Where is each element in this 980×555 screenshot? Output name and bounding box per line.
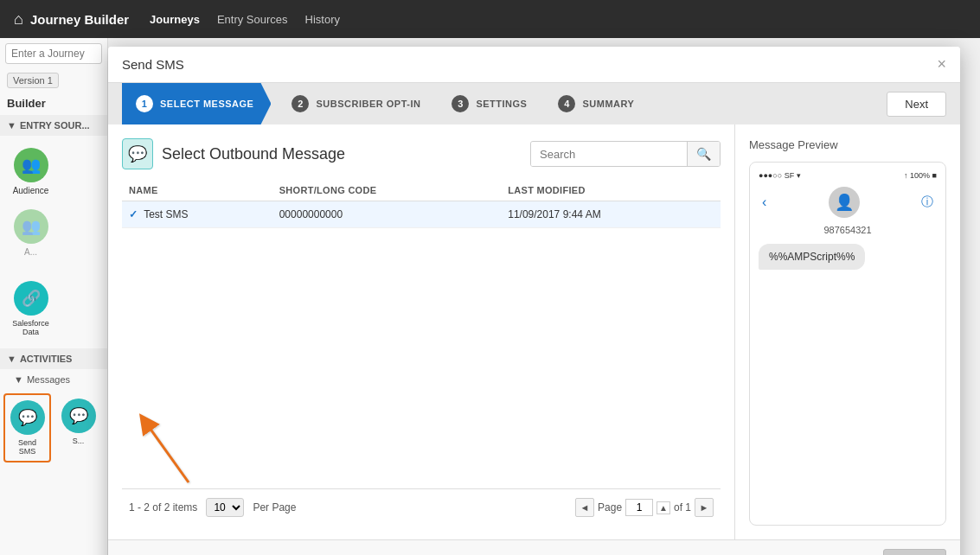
search-button[interactable]: 🔍 [687, 142, 720, 166]
audience-label: Audience [13, 186, 49, 195]
sidebar-messages-area: 💬 Send SMS 💬 S... [0, 390, 107, 466]
table-row[interactable]: ✓ Test SMS 00000000000 11/09/2017 9:44 A… [122, 201, 721, 228]
modal-footer: Cancel Done [108, 539, 960, 555]
step-1-label: SELECT MESSAGE [160, 99, 253, 109]
page-label: Page [598, 501, 622, 514]
activities-section[interactable]: ▼ ACTIVITIES [0, 348, 107, 369]
salesforce-icon: 🔗 [14, 281, 48, 316]
step-2-label: SUBSCRIBER OPT-IN [316, 99, 420, 109]
sidebar: Version 1 Builder ▼ ENTRY SOUR... 👥 Audi… [0, 38, 108, 555]
sidebar-salesforce-area: 🔗 Salesforce Data [0, 269, 107, 348]
modal-title: Send SMS [122, 57, 184, 72]
send-sms-label: Send SMS [9, 438, 46, 456]
entry-sources-label: ENTRY SOUR... [20, 120, 90, 131]
sms-icon-box: 💬 [122, 138, 153, 169]
phone-back-icon[interactable]: ‹ [762, 195, 766, 210]
step-3-label: SETTINGS [476, 99, 527, 109]
audience-alt-label: A... [24, 247, 37, 257]
next-page-button[interactable]: ► [695, 498, 714, 517]
search-input[interactable] [531, 143, 687, 166]
s-icon: 💬 [61, 399, 96, 433]
builder-section-label: Builder [0, 92, 107, 115]
step-3-num: 3 [452, 95, 469, 112]
entry-sources-section[interactable]: ▼ ENTRY SOUR... [0, 115, 107, 136]
modal-body: 💬 Select Outbound Message 🔍 NAME SHORT/L… [108, 124, 960, 539]
audience-icon: 👥 [14, 148, 48, 182]
sidebar-item-salesforce[interactable]: 🔗 Salesforce Data [7, 276, 54, 341]
step-1-num: 1 [136, 95, 153, 112]
row-modified: 11/09/2017 9:44 AM [501, 201, 721, 228]
chevron-down-icon: ▼ [7, 120, 16, 131]
per-page-label: Per Page [253, 501, 296, 514]
s-label: S... [73, 437, 85, 445]
sidebar-item-send-sms[interactable]: 💬 Send SMS [3, 393, 51, 462]
nav-entry-sources[interactable]: Entry Sources [217, 13, 288, 26]
page-input[interactable] [625, 499, 653, 516]
messages-label: Messages [27, 374, 70, 385]
row-name: ✓ Test SMS [122, 201, 272, 228]
prev-page-button[interactable]: ◄ [575, 498, 594, 517]
home-icon[interactable]: ⌂ [14, 10, 23, 29]
modal-header: Send SMS × [108, 47, 960, 83]
step-4-num: 4 [558, 95, 575, 112]
modal-left-panel: 💬 Select Outbound Message 🔍 NAME SHORT/L… [108, 124, 735, 539]
wizard-step-4[interactable]: 4 SUMMARY [544, 83, 651, 124]
select-outbound-label: Select Outbound Message [162, 145, 345, 163]
step-4-label: SUMMARY [582, 99, 634, 109]
send-sms-icon: 💬 [10, 400, 45, 435]
step-2-num: 2 [291, 95, 309, 112]
activities-label: ACTIVITIES [20, 354, 73, 364]
sidebar-item-s[interactable]: 💬 S... [54, 393, 102, 462]
phone-nav: ‹ 👤 ⓘ [759, 187, 937, 218]
send-sms-modal: Send SMS × 1 SELECT MESSAGE 2 SUBSCRIBER… [108, 47, 960, 555]
wizard-step-2[interactable]: 2 SUBSCRIBER OPT-IN [271, 83, 438, 124]
checkmark-icon: ✓ [129, 208, 138, 220]
select-header: 💬 Select Outbound Message 🔍 [122, 138, 721, 169]
top-nav-links: Journeys Entry Sources History [150, 13, 340, 26]
of-label: of 1 [674, 501, 691, 514]
col-code: SHORT/LONG CODE [272, 180, 502, 201]
up-icon[interactable]: ▲ [657, 501, 670, 514]
wizard-steps: 1 SELECT MESSAGE 2 SUBSCRIBER OPT-IN 3 S… [108, 83, 960, 124]
wizard-step-1[interactable]: 1 SELECT MESSAGE [122, 83, 271, 124]
sms-message-bubble: %%AMPScript%% [759, 244, 865, 270]
brand-label: Journey Builder [30, 12, 129, 27]
preview-title: Message Preview [749, 138, 946, 151]
chevron-down-icon-messages: ▼ [14, 374, 23, 385]
wizard-step-3[interactable]: 3 SETTINGS [438, 83, 544, 124]
salesforce-label: Salesforce Data [10, 319, 51, 336]
sidebar-search [0, 38, 107, 69]
sidebar-audience-area: 👥 Audience 👥 A... [0, 136, 107, 269]
next-button[interactable]: Next [887, 92, 946, 117]
battery-status: ↑ 100% ■ [904, 171, 937, 180]
select-title: 💬 Select Outbound Message [122, 138, 345, 169]
phone-number: 987654321 [759, 225, 937, 235]
search-box: 🔍 [530, 141, 721, 167]
audience-alt-icon: 👥 [14, 209, 48, 244]
per-page-select[interactable]: 10 [206, 498, 244, 517]
items-count: 1 - 2 of 2 items [129, 501, 197, 514]
modal-right-panel: Message Preview ●●●○○ SF ▾ ↑ 100% ■ ‹ 👤 … [735, 124, 960, 539]
signal-status: ●●●○○ SF ▾ [759, 171, 801, 180]
chevron-down-icon-activities: ▼ [7, 354, 16, 364]
pagination-bar: 1 - 2 of 2 items 10 Per Page ◄ Page ▲ of… [122, 488, 721, 526]
phone-status-bar: ●●●○○ SF ▾ ↑ 100% ■ [759, 171, 937, 180]
nav-journeys[interactable]: Journeys [150, 13, 200, 26]
phone-info-icon[interactable]: ⓘ [921, 195, 933, 210]
top-nav: ⌂ Journey Builder Journeys Entry Sources… [0, 0, 980, 38]
col-modified: LAST MODIFIED [501, 180, 721, 201]
sidebar-item-audience-alt[interactable]: 👥 A... [7, 204, 54, 262]
modal-close-button[interactable]: × [937, 55, 946, 73]
row-code: 00000000000 [272, 201, 502, 228]
version-label[interactable]: Version 1 [7, 73, 59, 88]
page-nav: ◄ Page ▲ of 1 ► [575, 498, 714, 517]
col-name: NAME [122, 180, 272, 201]
sidebar-item-audience[interactable]: 👥 Audience [7, 143, 54, 201]
journey-search-input[interactable] [5, 43, 102, 64]
brand: ⌂ Journey Builder [14, 10, 129, 29]
message-table: NAME SHORT/LONG CODE LAST MODIFIED ✓ Tes… [122, 180, 721, 228]
phone-mockup: ●●●○○ SF ▾ ↑ 100% ■ ‹ 👤 ⓘ 987654321 %%AM… [749, 162, 946, 526]
nav-history[interactable]: History [305, 13, 340, 26]
messages-subsection[interactable]: ▼ Messages [0, 369, 107, 390]
done-button: Done [883, 549, 946, 555]
